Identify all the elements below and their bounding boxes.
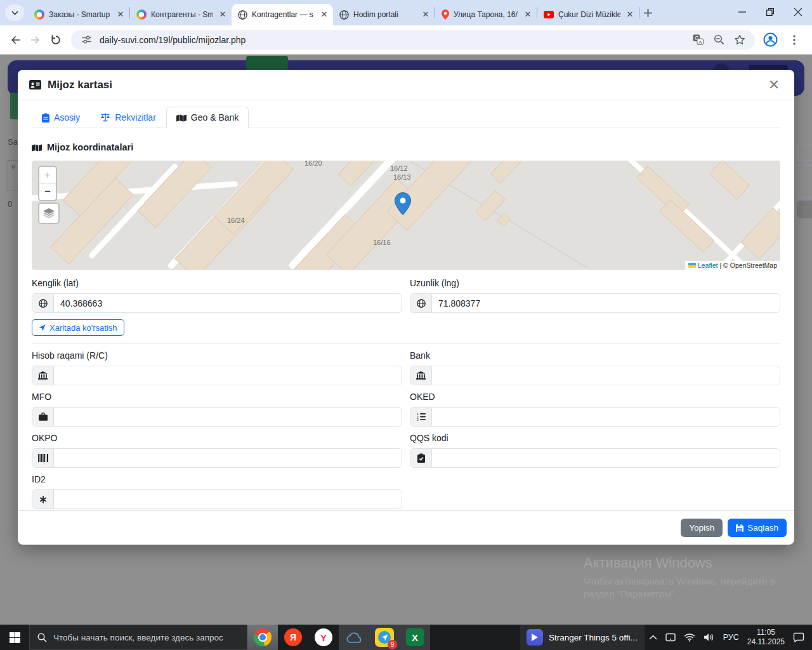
tab-title: Kontragentlar — s [252, 10, 315, 19]
clipboard-icon [42, 113, 49, 123]
page-left-text: Sa [8, 137, 18, 147]
oked-label: OKED [410, 391, 780, 403]
save-button[interactable]: Saqlash [728, 519, 787, 537]
tablet-device-icon[interactable] [665, 633, 676, 642]
tab-geo-bank-active[interactable]: Geo & Bank [166, 107, 249, 128]
mfo-label: MFO [32, 391, 402, 403]
zoom-in-button[interactable]: + [39, 167, 56, 183]
back-button[interactable] [5, 30, 25, 50]
bank-icon [32, 366, 54, 385]
taskbar-yandex-browser[interactable]: Я [278, 625, 308, 650]
leaflet-map[interactable]: 16/20 16/12 16/13 16/24 16/16 + − [32, 161, 780, 270]
mijoz-kartasi-modal: Mijoz kartasi ✕ Asosiy Rekvizitlar Geo &… [18, 70, 794, 545]
browser-toolbar: daily-suvi.com/19l/public/mijozlar.php G… [0, 25, 812, 55]
map-marked-icon [176, 114, 187, 122]
taskbar-clock[interactable]: 11:05 24.11.2025 [747, 628, 785, 647]
reload-button[interactable] [46, 30, 66, 50]
field-lng: Uzunlik (lng) [410, 270, 780, 313]
browser-tab-strip: Заказы - Smartup ✕ Контрагенты - Sm ✕ Ko… [0, 0, 812, 25]
cloud-icon [346, 632, 363, 644]
taskbar-yandex-app[interactable]: Y [308, 625, 339, 650]
browser-menu-button[interactable] [784, 30, 804, 50]
taskbar-excel[interactable]: X [400, 625, 430, 650]
browser-tab-1[interactable]: Заказы - Smartup ✕ [28, 4, 129, 25]
yandex-browser-icon: Я [284, 628, 302, 646]
lng-input[interactable] [432, 294, 780, 312]
tab-search-button[interactable] [5, 4, 24, 21]
tab-close-icon[interactable]: ✕ [421, 10, 431, 20]
tab-close-icon[interactable]: ✕ [625, 10, 635, 20]
lat-input[interactable] [54, 294, 402, 312]
tray-chevron-up-icon[interactable] [649, 635, 657, 640]
page-left-zero: 0 [8, 199, 12, 209]
new-tab-button[interactable] [639, 4, 656, 21]
smartup-favicon [34, 10, 44, 20]
window-close-button[interactable] [784, 0, 812, 24]
url-text[interactable]: daily-suvi.com/19l/public/mijozlar.php [100, 35, 684, 45]
tab-asosiy[interactable]: Asosiy [32, 107, 90, 128]
osm-link[interactable]: OpenStreetMap [730, 262, 777, 269]
clock-date: 24.11.2025 [747, 637, 785, 647]
translate-icon[interactable]: GA [690, 32, 705, 48]
browser-tab-3-active[interactable]: Kontragentlar — s ✕ [232, 4, 333, 25]
coordinates-section-title: Mijoz koordinatalari [32, 141, 780, 154]
window-restore-button[interactable] [756, 0, 784, 24]
url-address-bar[interactable]: daily-suvi.com/19l/public/mijozlar.php G… [71, 30, 755, 50]
profile-avatar[interactable] [760, 30, 780, 50]
zoom-out-page-icon[interactable] [711, 32, 726, 48]
bookmark-star-icon[interactable] [732, 32, 747, 48]
id2-input[interactable] [54, 490, 402, 508]
plus-icon [644, 9, 652, 17]
taskbar-messenger-app[interactable]: 9 [369, 625, 400, 650]
tab-title: Контрагенты - Sm [151, 10, 213, 19]
taskbar-search-input[interactable] [53, 633, 239, 642]
zoom-out-button[interactable]: − [39, 183, 56, 200]
taskbar-chrome[interactable] [247, 625, 278, 650]
tab-close-icon[interactable]: ✕ [319, 10, 329, 20]
watermark-line: Чтобы активировать Windows, перейдите в [584, 575, 775, 588]
qqs-input[interactable] [432, 449, 780, 467]
mfo-input[interactable] [54, 408, 402, 426]
leaflet-link[interactable]: Leaflet [698, 262, 718, 269]
three-dots-icon [793, 35, 796, 45]
briefcase-icon [32, 408, 54, 426]
browser-tab-5[interactable]: Улица Тарона, 16/ ✕ [435, 4, 537, 25]
browser-tab-6[interactable]: Çukur Dizi Müzikle ✕ [537, 4, 639, 25]
show-on-map-button[interactable]: Xaritada ko'rsatish [32, 319, 124, 336]
site-settings-icon[interactable] [79, 32, 94, 48]
map-marker[interactable] [395, 192, 411, 218]
wifi-icon[interactable] [684, 633, 695, 642]
excel-icon: X [406, 628, 424, 646]
account-input[interactable] [54, 366, 402, 385]
youtube-favicon [544, 11, 554, 18]
browser-tab-2[interactable]: Контрагенты - Sm ✕ [130, 4, 232, 25]
start-button[interactable] [0, 625, 29, 650]
tab-close-icon[interactable]: ✕ [523, 10, 533, 20]
language-indicator[interactable]: РУС [723, 633, 739, 642]
volume-icon[interactable] [704, 633, 715, 642]
bank-input[interactable] [432, 366, 780, 385]
tab-title: Çukur Dizi Müzikle [558, 10, 620, 19]
okpo-input[interactable] [54, 449, 402, 467]
globe-favicon [339, 10, 349, 20]
close-button[interactable]: Yopish [681, 519, 723, 537]
forward-button[interactable] [25, 30, 46, 50]
globe-icon [32, 294, 54, 312]
action-center-icon[interactable] [793, 632, 804, 642]
tab-close-icon[interactable]: ✕ [218, 10, 228, 20]
browser-tab-4[interactable]: Hodim portali ✕ [333, 4, 435, 25]
tab-rekvizitlar[interactable]: Rekvizitlar [90, 107, 166, 128]
dimmed-page-backdrop: Sa # 0 Активация Windows Чтобы активиров… [0, 55, 812, 625]
system-tray: РУС 11:05 24.11.2025 [649, 625, 812, 650]
map-layers-control[interactable] [38, 202, 60, 224]
tab-label: Asosiy [54, 112, 80, 123]
modal-close-icon[interactable]: ✕ [765, 77, 783, 93]
window-minimize-button[interactable] [728, 0, 756, 24]
taskbar-search[interactable] [29, 625, 247, 650]
notification-badge: 9 [388, 640, 397, 649]
taskbar-video-task[interactable]: Stranger Things 5 offi... [520, 625, 645, 650]
taskbar-cloud-app[interactable] [339, 625, 369, 650]
tab-close-icon[interactable]: ✕ [115, 10, 126, 20]
oked-input[interactable] [432, 408, 780, 426]
smartup-favicon [136, 10, 147, 20]
